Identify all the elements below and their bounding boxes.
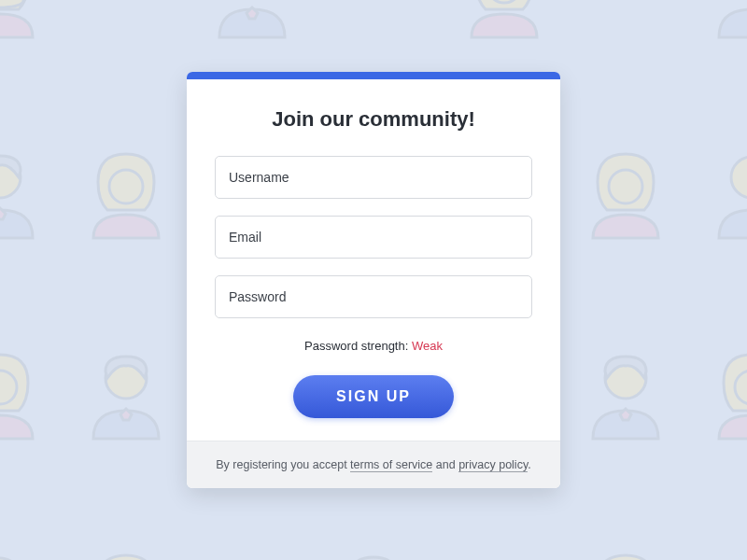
terms-link[interactable]: terms of service — [350, 458, 432, 472]
avatar-female-icon — [705, 336, 747, 448]
avatar-female-icon — [579, 537, 672, 560]
email-input[interactable] — [215, 216, 532, 259]
footer-text-and: and — [432, 458, 458, 471]
privacy-link[interactable]: privacy policy — [458, 458, 528, 472]
avatar-male-icon — [579, 336, 672, 448]
card-body: Join our community! Password strength: W… — [187, 79, 560, 441]
svg-point-6 — [609, 170, 642, 203]
avatar-male-icon — [0, 135, 47, 247]
password-strength-label: Password strength: — [304, 339, 412, 353]
footer-text-suffix: . — [528, 458, 530, 471]
username-input[interactable] — [215, 156, 532, 199]
avatar-male-icon — [79, 336, 173, 448]
card-title: Join our community! — [215, 107, 532, 132]
avatar-female-icon — [458, 0, 551, 47]
card-accent-bar — [187, 72, 560, 79]
avatar-male-icon — [0, 537, 47, 560]
signup-button[interactable]: SIGN UP — [293, 375, 454, 418]
avatar-female-icon — [579, 135, 672, 247]
avatar-male-icon — [705, 0, 747, 47]
svg-point-7 — [731, 157, 747, 198]
avatar-female-icon — [79, 537, 173, 560]
footer-text-prefix: By registering you accept — [216, 458, 350, 471]
avatar-male-icon — [327, 537, 420, 560]
password-strength-indicator: Password strength: Weak — [215, 339, 532, 353]
avatar-male-icon — [205, 0, 299, 47]
avatar-female-icon — [0, 336, 47, 448]
password-strength-value: Weak — [412, 339, 443, 353]
avatar-male-icon — [705, 135, 747, 247]
card-footer: By registering you accept terms of servi… — [187, 441, 560, 488]
password-input[interactable] — [215, 275, 532, 318]
avatar-female-icon — [0, 0, 47, 47]
avatar-female-icon — [79, 135, 173, 247]
svg-point-5 — [109, 170, 143, 203]
signup-card: Join our community! Password strength: W… — [187, 72, 560, 488]
